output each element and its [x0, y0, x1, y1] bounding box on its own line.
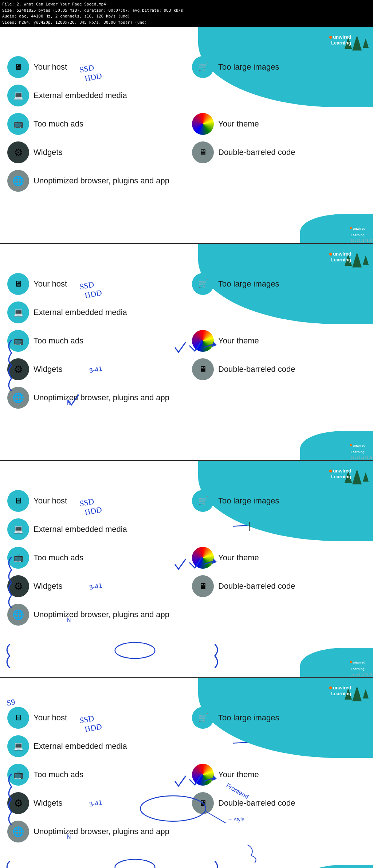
ssd-annotation-2: SSDHDD: [79, 279, 103, 301]
label-unoptimized-2: Unoptimized browser, plugins and app: [34, 393, 169, 402]
item-unoptimized-3: 🌐 Unoptimized browser, plugins and app: [7, 604, 366, 626]
item-external-3: 💻 External embedded media: [7, 518, 366, 540]
item-double-3: 🖥 Double-barreled code: [192, 575, 366, 597]
item-ads-3: 📺 Too much ads: [7, 547, 181, 569]
ssd-annotation-1: SSDHDD: [79, 62, 103, 84]
icon-theme-4: [192, 764, 214, 786]
icon-double-3: 🖥: [192, 575, 214, 597]
ssd-annotation-3: SSDHDD: [79, 495, 103, 518]
icon-widgets-2: ⚙: [7, 358, 29, 380]
slide-number-2: 02:27.3/8:9: [350, 456, 372, 459]
label-ads-3: Too much ads: [34, 553, 83, 563]
slide-3: unwired Learning SSDHDD 🖥 Your host 🛒 To…: [0, 461, 373, 678]
icon-too-large-3: 🛒: [192, 490, 214, 512]
item-double-1: 🖥 Double-barreled code: [192, 141, 366, 163]
file-info-bar: File: 2. What Can Lower Your Page Speed.…: [0, 0, 373, 27]
logo-dot-4: [329, 686, 332, 689]
item-double-4: 🖥 Double-barreled code: [192, 792, 366, 814]
item-external-2: 💻 External embedded media: [7, 301, 366, 323]
label-double-2: Double-barreled code: [218, 365, 295, 374]
icon-too-large-4: 🛒: [192, 707, 214, 729]
label-unoptimized-3: Unoptimized browser, plugins and app: [34, 610, 169, 619]
logo-2: unwired Learning: [327, 250, 351, 263]
tree-3b: [352, 470, 362, 484]
file-info-line1: File: 2. What Can Lower Your Page Speed.…: [2, 1, 371, 8]
icon-your-host-4: 🖥: [7, 707, 29, 729]
item-external-1: 💻 External embedded media: [7, 85, 366, 106]
slide-4: unwired Learning S9 SSDHDD 🖥 Your host 🛒…: [0, 678, 373, 868]
logo-badge-dot-2: [350, 444, 352, 446]
item-too-large-1: 🛒 Too large images: [192, 56, 366, 78]
tree-1b: [352, 36, 362, 51]
item-theme-2: Your theme: [192, 330, 366, 352]
tree-1c: [363, 39, 369, 48]
label-double-4: Double-barreled code: [218, 798, 295, 808]
label-theme-3: Your theme: [218, 553, 259, 563]
logo-text1-2: unwired: [333, 251, 351, 257]
icon-double-1: 🖥: [192, 141, 214, 163]
icon-external-4: 💻: [7, 735, 29, 757]
tree-4b: [352, 687, 362, 701]
svg-point-17: [115, 859, 155, 868]
icon-double-2: 🖥: [192, 358, 214, 380]
logo-badge-text-1: unwiredLearning: [351, 227, 365, 237]
logo-1: unwired Learning: [327, 34, 351, 46]
label-widgets-2: Widgets: [34, 365, 62, 374]
slide-number-3: 02:21.8/8:9: [350, 673, 372, 676]
icon-double-4: 🖥: [192, 792, 214, 814]
label-unoptimized-4: Unoptimized browser, plugins and app: [34, 827, 169, 836]
item-widgets-1: ⚙ Widgets: [7, 141, 181, 163]
logo-text2-4: Learning: [331, 691, 351, 697]
item-theme-3: Your theme: [192, 547, 366, 569]
label-theme-2: Your theme: [218, 336, 259, 346]
slide-2: unwired Learning SSDHDD 🖥 Your host 🛒 To…: [0, 244, 373, 461]
label-external-1: External embedded media: [34, 91, 127, 100]
label-external-2: External embedded media: [34, 308, 127, 317]
item-external-4: 💻 External embedded media: [7, 735, 366, 757]
label-too-large-3: Too large images: [218, 496, 279, 506]
logo-badge-text-3: unwiredLearning: [351, 661, 365, 671]
item-unoptimized-4: 🌐 Unoptimized browser, plugins and app: [7, 821, 366, 842]
label-external-3: External embedded media: [34, 525, 127, 534]
file-info-line2: Size: 52481825 bytes (50.05 MiB), durati…: [2, 8, 371, 14]
icon-unoptimized-2: 🌐: [7, 387, 29, 409]
logo-badge-dot-3: [350, 661, 352, 663]
item-unoptimized-1: 🌐 Unoptimized browser, plugins and app: [7, 170, 366, 192]
logo-3: unwired Learning: [327, 467, 351, 480]
s9-annotation: S9: [6, 697, 16, 708]
icon-ads-2: 📺: [7, 330, 29, 352]
icon-external-1: 💻: [7, 85, 29, 106]
label-your-host-2: Your host: [34, 279, 67, 289]
logo-badge-3: unwiredLearning: [347, 657, 368, 673]
file-info-line4: Video: h264, yuv420p, 1280x720, 845 kb/s…: [2, 20, 371, 26]
logo-badge-1: unwiredLearning: [347, 223, 368, 239]
items-grid-1: 🖥 Your host 🛒 Too large images 💻 Externa…: [7, 56, 366, 192]
logo-text1-1: unwired: [333, 34, 351, 40]
item-double-2: 🖥 Double-barreled code: [192, 358, 366, 380]
item-unoptimized-2: 🌐 Unoptimized browser, plugins and app: [7, 387, 366, 409]
icon-too-large-2: 🛒: [192, 273, 214, 295]
tree-2c: [363, 256, 369, 265]
label-your-host-1: Your host: [34, 62, 67, 72]
tree-2b: [352, 253, 362, 268]
icon-theme-2: [192, 330, 214, 352]
item-too-large-2: 🛒 Too large images: [192, 273, 366, 295]
item-theme-4: Your theme: [192, 764, 366, 786]
tree-4c: [363, 690, 369, 698]
item-widgets-4: ⚙ Widgets: [7, 792, 181, 814]
logo-4: unwired Learning: [327, 684, 351, 697]
item-too-large-3: 🛒 Too large images: [192, 490, 366, 512]
item-too-large-4: 🛒 Too large images: [192, 707, 366, 729]
label-external-4: External embedded media: [34, 742, 127, 751]
icon-unoptimized-4: 🌐: [7, 821, 29, 842]
logo-badge-text-2: unwiredLearning: [351, 444, 365, 454]
items-grid-2: 🖥 Your host 🛒 Too large images 💻 Externa…: [7, 273, 366, 409]
icon-widgets-3: ⚙: [7, 575, 29, 597]
label-ads-1: Too much ads: [34, 119, 83, 129]
icon-your-host-2: 🖥: [7, 273, 29, 295]
label-ads-4: Too much ads: [34, 770, 83, 779]
label-your-host-3: Your host: [34, 496, 67, 506]
icon-unoptimized-3: 🌐: [7, 604, 29, 626]
logo-dot-1: [329, 36, 332, 39]
logo-badge-dot-1: [350, 227, 352, 229]
